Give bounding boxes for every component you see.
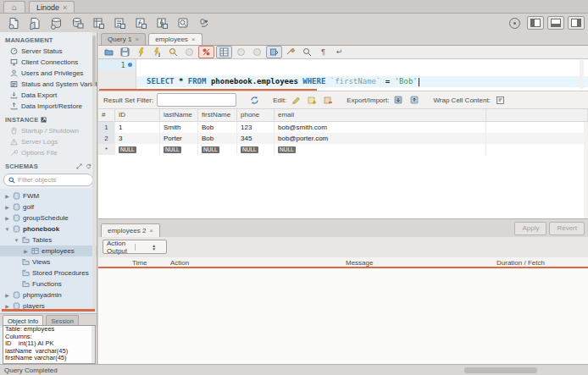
tree-item-golf[interactable]: ▶golf [0,201,97,212]
toggle-word-wrap-button[interactable]: ↵ [332,47,347,58]
output-splitter[interactable] [98,267,588,268]
refresh-schemas-icon[interactable] [86,163,92,169]
col-header-email[interactable]: email [275,109,486,121]
execute-query-button[interactable] [134,47,148,58]
output-col-action[interactable]: Action [170,259,346,267]
cell[interactable]: Bob [198,122,237,133]
close-icon[interactable]: × [135,36,139,43]
sidebar-item-options-file[interactable]: Options File [0,147,97,158]
expand-arrow-icon[interactable]: ▶ [4,204,10,210]
toggle-secondary-sidebar-button[interactable] [568,16,585,30]
collapse-arrow-icon[interactable]: ▼ [4,227,10,232]
expand-arrow-icon[interactable]: ▶ [23,248,29,254]
output-type-select[interactable]: Action Output ▲▼ [103,240,167,254]
spinner-icon[interactable]: ▲▼ [135,244,167,251]
cell[interactable]: 3 [115,133,160,144]
grid-scrollbar[interactable] [584,122,588,218]
expand-arrow-icon[interactable]: ▶ [4,292,10,298]
tree-item-phonebook[interactable]: ▼phonebook [0,223,97,234]
schema-filter-input[interactable]: Filter objects [3,174,93,186]
tree-item-stored-procedures[interactable]: Stored Procedures [0,267,97,278]
col-header-phone[interactable]: phone [237,109,275,121]
cell[interactable]: Bob [198,133,237,144]
cell[interactable]: bob@smith.com [275,122,486,133]
toggle-autocommit-button[interactable] [266,46,282,58]
execute-current-statement-button[interactable] [150,47,164,58]
cell[interactable]: bob@porter.com [275,133,486,144]
create-function-button[interactable] [130,15,152,31]
object-info-scrollbar[interactable] [92,326,95,363]
tree-item-employees[interactable]: ▶employees [0,245,97,256]
tab-query-1[interactable]: Query 1× [101,33,146,45]
new-query-tab-button[interactable] [3,15,25,31]
tree-item-phpmyadmin[interactable]: ▶phpmyadmin [0,290,97,301]
cell[interactable]: 345 [237,133,275,144]
output-col-time[interactable]: Time [132,259,170,267]
sidebar-splitter[interactable] [2,309,95,312]
sidebar-item-server-status[interactable]: Server Status [0,46,97,57]
expand-arrow-icon[interactable]: ▶ [4,215,10,221]
beautify-sql-button[interactable] [284,47,298,58]
rollback-button[interactable] [250,47,264,58]
expand-all-icon[interactable] [76,163,82,169]
tree-item-groupschedule[interactable]: ▶groupSchedule [0,212,97,223]
create-view-button[interactable] [88,15,109,31]
tab-employees-2-result[interactable]: employees 2 × [101,223,160,237]
close-icon[interactable]: × [149,227,153,234]
search-table-data-button[interactable] [173,15,194,31]
sidebar-item-startup-shutdown[interactable]: Startup / Shutdown [0,125,97,136]
commit-button[interactable] [234,47,248,58]
cell[interactable]: Smith [160,122,198,133]
save-script-button[interactable] [118,47,132,58]
editor-code[interactable]: SELECT * FROM phonebook.employees WHERE … [136,59,588,91]
sidebar-item-status-system-variables[interactable]: Status and System Variables [0,79,97,90]
expand-arrow-icon[interactable]: ▶ [4,193,10,199]
create-procedure-button[interactable] [109,15,130,31]
tree-item-functions[interactable]: Functions [0,278,97,290]
tree-item-tables[interactable]: ▼Tables [0,234,97,245]
open-sql-script-button[interactable] [25,15,46,31]
apply-button[interactable]: Apply [514,222,546,235]
cell[interactable]: 1 [115,122,160,133]
toggle-sidebar-button[interactable] [527,16,544,30]
result-row[interactable]: 2 3 Porter Bob 345 bob@porter.com [98,133,588,144]
collapse-arrow-icon[interactable]: ▼ [14,238,19,243]
editor-scrollbar[interactable] [580,60,584,89]
tree-item-views[interactable]: Views [0,256,97,267]
find-button[interactable] [300,47,314,58]
expand-arrow-icon[interactable]: ▶ [4,303,10,309]
toggle-output-panel-button[interactable] [547,16,564,30]
tree-item-fwm[interactable]: ▶FWM [0,190,97,201]
output-col-message[interactable]: Message [346,259,496,267]
sidebar-item-data-export[interactable]: Data Export [0,90,97,101]
horizontal-scrollbar[interactable] [464,367,537,373]
output-col-duration[interactable]: Duration / Fetch [496,259,588,267]
create-table-button[interactable] [67,15,88,31]
col-header-id[interactable]: ID [115,109,160,121]
sidebar-item-client-connections[interactable]: Client Connections [0,57,97,68]
cell[interactable]: Porter [160,133,198,144]
cell[interactable]: 123 [237,122,275,133]
result-row[interactable]: 1 1 Smith Bob 123 bob@smith.com [98,122,588,133]
sidebar-item-data-import-restore[interactable]: Data Import/Restore [0,101,97,112]
stop-query-button[interactable] [182,47,197,58]
col-header-lastname[interactable]: lastName [160,109,198,121]
explain-query-button[interactable] [166,47,180,58]
reconnect-server-button[interactable] [194,15,215,31]
toggle-limit-rows-button[interactable] [216,46,232,58]
col-header-firstname[interactable]: firstName [198,109,237,121]
sidebar-item-server-logs[interactable]: Server Logs [0,136,97,147]
close-icon[interactable]: × [191,36,196,43]
new-row-placeholder[interactable]: * NULL NULL NULL NULL NULL [98,144,588,155]
sidebar-scrollbar[interactable] [92,32,96,312]
editor-splitter[interactable] [99,89,317,91]
sql-code-editor[interactable]: 1 SELECT * FROM phonebook.employees WHER… [98,59,588,91]
toggle-stop-on-error-button[interactable] [198,46,214,58]
tab-employees[interactable]: employees× [148,33,202,45]
open-file-button[interactable] [102,47,116,58]
col-header-rownum[interactable]: # [98,109,115,121]
toggle-invisible-chars-button[interactable]: ¶ [316,47,330,58]
close-icon[interactable]: × [63,3,67,12]
create-schema-button[interactable] [46,15,67,31]
home-tab[interactable]: ⌂ [3,1,25,13]
